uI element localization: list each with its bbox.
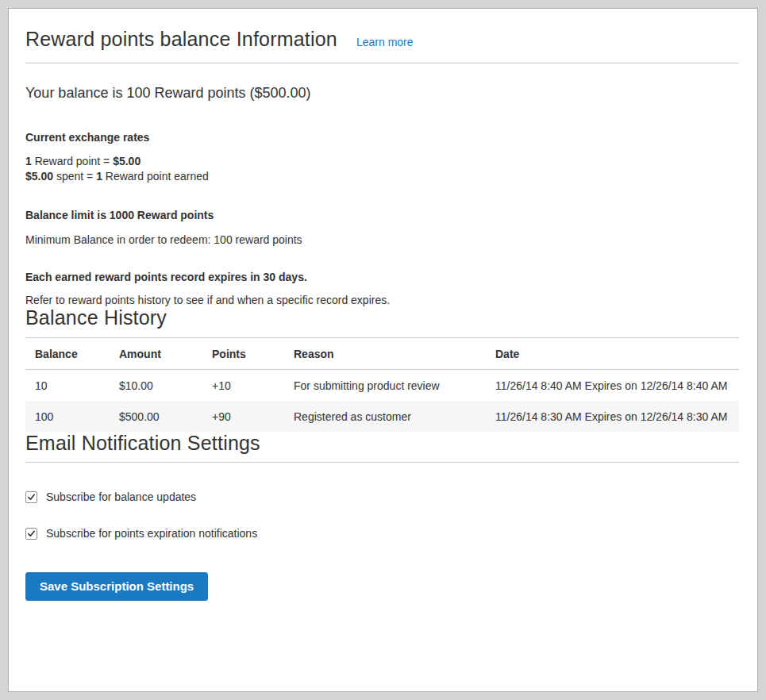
- balance-limit-text: Balance limit is 1000 Reward points: [25, 209, 739, 221]
- exchange-rates-heading: Current exchange rates: [25, 131, 739, 144]
- page-title-row: Reward points balance Information Learn …: [25, 21, 739, 63]
- column-header-date: Date: [486, 338, 739, 370]
- expiration-heading: Each earned reward points record expires…: [25, 271, 739, 283]
- save-subscription-settings-button[interactable]: Save Subscription Settings: [25, 572, 208, 601]
- cell-amount: $500.00: [110, 401, 202, 432]
- column-header-points: Points: [202, 338, 284, 370]
- cell-points: +90: [202, 401, 284, 432]
- checkmark-icon: [27, 529, 36, 538]
- column-header-reason: Reason: [284, 338, 486, 370]
- balance-history-title: Balance History: [25, 306, 739, 329]
- table-row: 100 $500.00 +90 Registered as customer 1…: [25, 401, 739, 432]
- rate2-suffix: Reward point earned: [102, 170, 209, 183]
- balance-updates-checkbox[interactable]: [25, 491, 37, 503]
- rate1-points: 1: [25, 155, 32, 167]
- exchange-rate-line-1: 1 Reward point = $5.00: [25, 154, 739, 169]
- rate2-text: spent =: [53, 170, 96, 183]
- rate2-amount: $5.00: [25, 170, 53, 183]
- cell-date: 11/26/14 8:30 AM Expires on 12/26/14 8:3…: [486, 401, 739, 432]
- expiration-note: Refer to reward points history to see if…: [25, 294, 739, 306]
- subscribe-balance-updates-option[interactable]: Subscribe for balance updates: [25, 490, 739, 503]
- rate1-text: Reward point =: [32, 155, 113, 167]
- page-title: Reward points balance Information: [25, 28, 337, 51]
- column-header-amount: Amount: [110, 338, 202, 370]
- cell-balance: 100: [25, 401, 110, 432]
- column-header-balance: Balance: [25, 338, 110, 370]
- minimum-balance-text: Minimum Balance in order to redeem: 100 …: [25, 233, 739, 246]
- reward-points-card: Reward points balance Information Learn …: [8, 8, 758, 692]
- learn-more-link[interactable]: Learn more: [356, 36, 414, 48]
- exchange-rates-lines: 1 Reward point = $5.00 $5.00 spent = 1 R…: [25, 154, 739, 184]
- rate1-amount: $5.00: [113, 155, 140, 167]
- cell-reason: For submitting product review: [284, 370, 486, 402]
- rate2-points: 1: [96, 170, 102, 183]
- cell-points: +10: [202, 370, 284, 402]
- exchange-rate-line-2: $5.00 spent = 1 Reward point earned: [25, 169, 739, 184]
- checkbox-label: Subscribe for balance updates: [46, 490, 196, 503]
- expiration-notifications-checkbox[interactable]: [25, 528, 37, 540]
- cell-reason: Registered as customer: [284, 401, 486, 432]
- email-settings-title: Email Notification Settings: [25, 432, 739, 455]
- checkmark-icon: [27, 493, 36, 502]
- balance-history-table: Balance Amount Points Reason Date 10 $10…: [25, 337, 739, 432]
- email-settings-divider: [25, 462, 739, 463]
- table-row: 10 $10.00 +10 For submitting product rev…: [25, 370, 739, 402]
- cell-amount: $10.00: [110, 370, 202, 402]
- checkbox-label: Subscribe for points expiration notifica…: [46, 527, 257, 540]
- subscribe-expiration-notifications-option[interactable]: Subscribe for points expiration notifica…: [25, 527, 739, 540]
- balance-summary: Your balance is 100 Reward points ($500.…: [25, 85, 739, 102]
- table-header-row: Balance Amount Points Reason Date: [25, 338, 739, 370]
- cell-date: 11/26/14 8:40 AM Expires on 12/26/14 8:4…: [486, 370, 739, 402]
- cell-balance: 10: [25, 370, 110, 402]
